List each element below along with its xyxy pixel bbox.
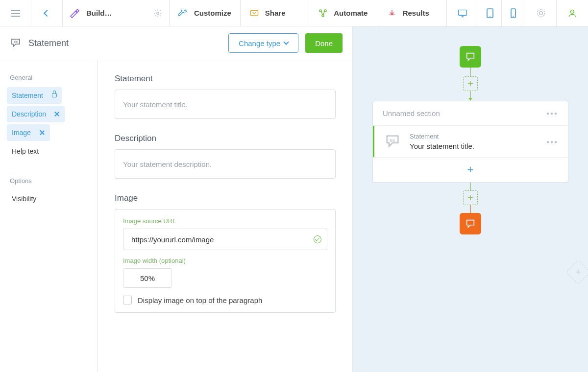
user-icon	[567, 8, 577, 18]
sidebar: General Statement Description Image Help…	[0, 60, 98, 372]
image-url-input[interactable]	[123, 229, 327, 250]
add-node-button[interactable]: +	[463, 190, 478, 205]
sidebar-item-help-text[interactable]: Help text	[7, 143, 91, 160]
tab-build[interactable]: Build…	[63, 0, 170, 26]
close-icon[interactable]	[54, 111, 60, 117]
statement-input[interactable]	[115, 90, 336, 119]
top-nav: Build… Customize Share Automate Results	[0, 0, 588, 26]
change-type-button[interactable]: Change type	[228, 33, 298, 53]
more-icon[interactable]: ●●●	[546, 111, 558, 116]
card-type-label: Statement	[410, 133, 474, 140]
svg-point-0	[157, 12, 159, 14]
build-icon	[70, 8, 79, 18]
sidebar-item-label: Description	[12, 110, 46, 118]
svg-point-7	[490, 16, 490, 17]
section-card-header[interactable]: Unnamed section ●●●	[373, 101, 568, 126]
tablet-icon	[487, 8, 493, 18]
chevron-down-icon	[283, 39, 289, 45]
svg-point-11	[539, 11, 542, 15]
tab-results[interactable]: Results	[378, 0, 447, 26]
sidebar-item-label: Image	[12, 129, 31, 137]
change-type-label: Change type	[239, 39, 280, 47]
statement-card-row[interactable]: 66 Statement Your statement title. ●●●	[373, 126, 568, 157]
phone-icon	[511, 8, 516, 18]
tab-automate-label: Automate	[334, 9, 368, 17]
account-button[interactable]	[557, 0, 588, 26]
sidebar-item-label: Visibility	[12, 195, 36, 203]
device-desktop-button[interactable]	[447, 0, 478, 26]
start-node[interactable]	[460, 46, 481, 68]
tab-customize-label: Customize	[194, 9, 231, 17]
menu-button[interactable]	[0, 0, 31, 26]
panel-header: 66 Statement Change type Done	[0, 26, 352, 60]
svg-text:66: 66	[390, 138, 395, 143]
tab-build-label: Build…	[86, 9, 112, 17]
section-card: Unnamed section ●●● 66 Statement Your st…	[372, 101, 568, 183]
image-fieldset: Image source URL Image width (optional) …	[115, 209, 336, 313]
customize-icon	[178, 8, 188, 18]
image-width-input[interactable]	[123, 268, 172, 288]
hamburger-icon	[11, 10, 20, 17]
svg-rect-5	[458, 10, 466, 15]
sidebar-item-label: Statement	[12, 92, 43, 99]
add-branch-button[interactable]: +	[566, 260, 588, 285]
image-on-top-checkbox[interactable]	[123, 296, 132, 304]
image-width-label: Image width (optional)	[123, 257, 327, 264]
close-icon[interactable]	[39, 130, 45, 136]
svg-text:66: 66	[14, 40, 18, 44]
tab-share[interactable]: Share	[241, 0, 309, 26]
tab-results-label: Results	[403, 9, 429, 17]
back-button[interactable]	[31, 0, 63, 26]
help-icon	[536, 8, 546, 18]
add-node-button[interactable]: +	[463, 76, 478, 91]
end-node[interactable]	[460, 213, 481, 234]
card-title: Your statement title.	[410, 142, 474, 150]
svg-rect-1	[250, 10, 258, 16]
form-area: Statement Description Image Image source…	[98, 60, 352, 372]
sidebar-group-options: Options	[10, 177, 88, 185]
automate-icon	[318, 8, 328, 18]
chat-icon	[465, 218, 476, 229]
statement-icon: 66	[384, 133, 401, 150]
sidebar-item-visibility[interactable]: Visibility	[7, 190, 91, 207]
description-section-label: Description	[115, 134, 336, 143]
image-url-label: Image source URL	[123, 217, 327, 225]
panel-title: Statement	[28, 38, 69, 48]
tab-customize[interactable]: Customize	[170, 0, 241, 26]
desktop-icon	[458, 9, 467, 18]
more-icon[interactable]: ●●●	[546, 139, 558, 144]
sidebar-item-statement[interactable]: Statement	[7, 87, 62, 104]
done-button[interactable]: Done	[305, 33, 343, 53]
tab-automate[interactable]: Automate	[309, 0, 378, 26]
svg-point-10	[537, 9, 544, 17]
sidebar-group-general: General	[10, 74, 88, 81]
help-button[interactable]	[525, 0, 557, 26]
device-phone-button[interactable]	[502, 0, 525, 26]
chevron-left-icon	[43, 9, 50, 16]
statement-section-label: Statement	[115, 74, 336, 84]
share-icon	[249, 8, 259, 18]
sidebar-item-label: Help text	[12, 147, 39, 155]
lock-icon	[52, 93, 57, 97]
check-circle-icon	[314, 235, 321, 243]
svg-point-9	[513, 16, 514, 17]
image-section-label: Image	[115, 193, 336, 203]
chat-icon	[465, 51, 476, 62]
device-tablet-button[interactable]	[478, 0, 502, 26]
done-label: Done	[315, 39, 333, 47]
section-title: Unnamed section	[383, 109, 440, 117]
svg-point-12	[571, 10, 574, 13]
description-input[interactable]	[115, 149, 336, 179]
gear-icon[interactable]	[153, 9, 162, 18]
sidebar-item-image[interactable]: Image	[7, 124, 50, 141]
image-on-top-label: Display image on top of the paragraph	[138, 296, 262, 304]
canvas-panel: + Unnamed section ●●● 66 Statement Your	[353, 26, 588, 372]
statement-icon: 66	[10, 37, 22, 49]
svg-point-4	[322, 14, 324, 16]
add-question-button[interactable]: +	[373, 157, 568, 182]
tab-share-label: Share	[265, 9, 286, 17]
sidebar-item-description[interactable]: Description	[7, 106, 65, 122]
results-icon	[387, 8, 397, 18]
